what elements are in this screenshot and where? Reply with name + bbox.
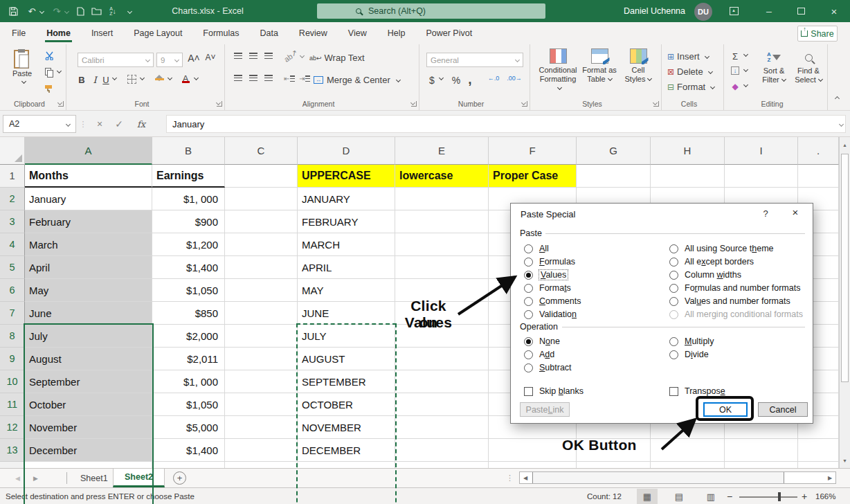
cell-styles-button[interactable]: Cell Styles <box>620 48 656 84</box>
cell-D7[interactable]: JUNE <box>298 302 395 325</box>
clear-icon[interactable]: ◆ <box>730 82 741 91</box>
name-box[interactable]: A2 <box>3 115 76 133</box>
cell-C14[interactable] <box>225 462 298 468</box>
sort-az-icon[interactable]: AZ↓ <box>105 0 120 22</box>
cell-E4[interactable] <box>395 233 489 256</box>
radio-values-and-number-formats[interactable]: Values and number formats <box>669 296 790 307</box>
merge-center-button[interactable]: ↔ Merge & Center <box>314 75 410 85</box>
radio-icon[interactable] <box>669 271 678 280</box>
undo-icon[interactable]: ↶ <box>25 0 39 22</box>
tab-file[interactable]: File <box>1 22 36 44</box>
vertical-scroll-thumb[interactable] <box>841 154 849 382</box>
cell-A14[interactable] <box>25 462 152 468</box>
cell-B4[interactable]: $1,200 <box>152 233 225 256</box>
cell-J13[interactable] <box>798 439 839 462</box>
checkbox-icon[interactable] <box>524 387 533 396</box>
cell-A12[interactable]: November <box>25 416 152 439</box>
view-normal-icon[interactable]: ▦ <box>637 489 658 504</box>
cell-C6[interactable] <box>225 279 298 302</box>
underline-dropdown-icon[interactable] <box>111 76 118 80</box>
increase-decimal-icon[interactable]: ←.0 <box>485 75 503 82</box>
cell-B2[interactable]: $1, 000 <box>152 188 225 210</box>
format-painter-icon[interactable] <box>43 84 54 93</box>
conditional-formatting-button[interactable]: Conditional Formatting <box>537 48 579 93</box>
format-as-table-button[interactable]: Format as Table <box>580 48 619 84</box>
font-color-icon[interactable]: A <box>180 73 191 84</box>
row-header-9[interactable]: 9 <box>0 348 25 370</box>
cell-D14[interactable] <box>298 462 395 468</box>
cell-A11[interactable]: October <box>25 393 152 416</box>
cell-D13[interactable]: DECEMBER <box>298 439 395 462</box>
new-sheet-button[interactable]: + <box>173 471 186 485</box>
fill-dropdown-icon[interactable] <box>742 68 749 71</box>
increase-indent-icon[interactable]: ⇥ <box>298 75 311 82</box>
cell-G1[interactable] <box>577 165 651 188</box>
sort-filter-button[interactable]: AZ Sort & Filter <box>757 50 790 84</box>
checkbox-skip-blanks[interactable]: Skip blanks <box>524 386 584 397</box>
cell-D12[interactable]: NOVEMBER <box>298 416 395 439</box>
checkbox-icon[interactable] <box>669 387 678 396</box>
percent-style-icon[interactable]: % <box>450 75 462 86</box>
open-folder-icon[interactable] <box>89 0 104 22</box>
radio-icon[interactable] <box>524 244 533 253</box>
radio-icon[interactable] <box>669 258 678 267</box>
radio-icon[interactable] <box>524 297 533 306</box>
font-color-dropdown-icon[interactable] <box>192 76 199 80</box>
redo-dropdown-icon[interactable] <box>63 0 70 22</box>
formula-input[interactable]: January <box>166 115 846 133</box>
radio-multiply[interactable]: Multiply <box>669 336 714 347</box>
tab-power-pivot[interactable]: Power Pivot <box>415 22 482 44</box>
cell-A13[interactable]: December <box>25 439 152 462</box>
radio-icon[interactable] <box>524 258 533 267</box>
align-top-icon[interactable] <box>232 53 244 59</box>
radio-add[interactable]: Add <box>524 349 554 360</box>
cell-A9[interactable]: August <box>25 348 152 370</box>
clipboard-dialog-launcher[interactable] <box>58 101 64 107</box>
decrease-font-icon[interactable]: A˅ <box>204 53 217 62</box>
row-header-7[interactable]: 7 <box>0 302 25 325</box>
tab-help[interactable]: Help <box>377 22 416 44</box>
cell-B11[interactable]: $1,050 <box>152 393 225 416</box>
cut-icon[interactable] <box>43 51 55 60</box>
increase-font-icon[interactable]: A˄ <box>187 53 201 64</box>
radio-subtract[interactable]: Subtract <box>524 362 572 373</box>
tab-insert[interactable]: Insert <box>81 22 123 44</box>
view-page-layout-icon[interactable]: ▤ <box>669 489 689 504</box>
cell-B10[interactable]: $1, 000 <box>152 370 225 393</box>
scroll-up-icon[interactable]: ▲ <box>840 138 850 151</box>
cancel-button[interactable]: Cancel <box>758 402 808 417</box>
radio-icon[interactable] <box>669 350 678 359</box>
cell-C11[interactable] <box>225 393 298 416</box>
cell-B12[interactable]: $5,000 <box>152 416 225 439</box>
select-all-button[interactable] <box>0 137 25 165</box>
cell-E12[interactable] <box>395 416 489 439</box>
radio-formulas-and-number-formats[interactable]: Formulas and number formats <box>669 282 800 294</box>
tab-page-layout[interactable]: Page Layout <box>123 22 192 44</box>
cell-E11[interactable] <box>395 393 489 416</box>
cell-H13[interactable] <box>651 439 725 462</box>
collapse-ribbon-icon[interactable] <box>831 97 843 100</box>
tab-formulas[interactable]: Formulas <box>192 22 249 44</box>
cell-E9[interactable] <box>395 348 489 370</box>
new-file-icon[interactable] <box>73 0 87 22</box>
italic-button[interactable]: I <box>90 75 100 85</box>
cancel-entry-icon[interactable]: × <box>91 115 108 133</box>
cell-A2[interactable]: January <box>25 188 152 210</box>
align-left-icon[interactable] <box>232 75 244 81</box>
cell-E13[interactable] <box>395 439 489 462</box>
cell-D6[interactable]: MAY <box>298 279 395 302</box>
horizontal-scroll-thumb[interactable] <box>532 472 784 483</box>
orientation-dropdown-icon[interactable] <box>298 54 305 57</box>
cell-I14[interactable] <box>725 462 798 468</box>
tab-home[interactable]: Home <box>36 22 81 44</box>
paste-button[interactable]: Paste <box>6 48 39 83</box>
cell-C7[interactable] <box>225 302 298 325</box>
cell-J14[interactable] <box>798 462 839 468</box>
row-header-3[interactable]: 3 <box>0 210 25 233</box>
cell-A4[interactable]: March <box>25 233 152 256</box>
next-sheet-icon[interactable]: ▶ <box>33 469 47 487</box>
radio-formulas[interactable]: Formulas <box>524 256 575 267</box>
insert-function-icon[interactable]: fx <box>133 115 150 133</box>
cell-D11[interactable]: OCTOBER <box>298 393 395 416</box>
cell-D8[interactable]: JULY <box>298 325 395 348</box>
